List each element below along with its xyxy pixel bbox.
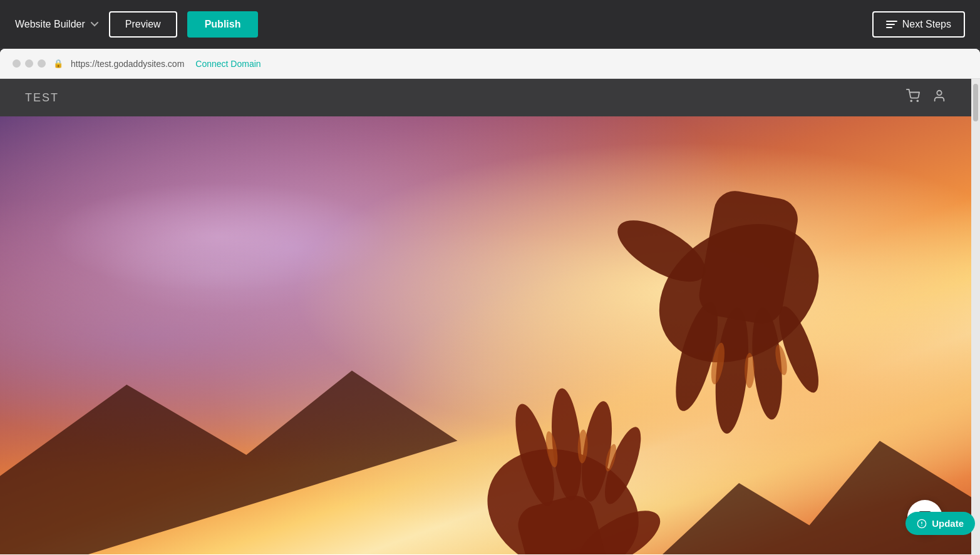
next-steps-button[interactable]: Next Steps xyxy=(872,11,965,38)
connect-domain-link[interactable]: Connect Domain xyxy=(195,59,260,69)
update-label: Update xyxy=(932,518,964,529)
scrollbar-thumb[interactable] xyxy=(973,84,978,121)
svg-point-1 xyxy=(917,100,918,101)
toolbar: Website Builder Preview Publish Next Ste… xyxy=(0,0,980,49)
site-logo: TEST xyxy=(25,91,59,104)
svg-marker-23 xyxy=(0,370,458,554)
cart-icon[interactable] xyxy=(906,89,920,106)
dot-red xyxy=(13,59,21,68)
mountain-group xyxy=(0,370,971,554)
user-icon[interactable] xyxy=(932,89,946,106)
preview-button[interactable]: Preview xyxy=(109,11,177,38)
browser-content: TEST xyxy=(0,79,971,555)
scrollbar-track[interactable] xyxy=(971,79,980,555)
toolbar-left: Website Builder Preview Publish xyxy=(15,11,258,38)
site-nav-icons xyxy=(906,89,946,106)
browser-content-wrapper: TEST xyxy=(0,79,980,555)
toolbar-right: Next Steps xyxy=(872,11,965,38)
lower-hand-group xyxy=(470,387,669,554)
publish-button[interactable]: Publish xyxy=(187,11,259,38)
hero-image xyxy=(0,116,971,554)
website-builder-brand[interactable]: Website Builder xyxy=(15,19,99,30)
chevron-down-icon xyxy=(90,20,99,29)
svg-point-11 xyxy=(745,353,755,388)
browser-bar: 🔒 https://test.godaddysites.com Connect … xyxy=(0,49,980,79)
next-steps-icon xyxy=(886,21,897,28)
upper-hand-group xyxy=(608,188,843,435)
update-icon xyxy=(917,519,927,529)
svg-point-0 xyxy=(910,100,912,101)
update-button[interactable]: Update xyxy=(905,512,975,535)
next-steps-label: Next Steps xyxy=(902,19,951,30)
svg-marker-24 xyxy=(634,441,971,554)
browser-dots xyxy=(13,59,46,68)
svg-point-2 xyxy=(937,91,941,95)
dot-yellow xyxy=(25,59,33,68)
site-header: TEST xyxy=(0,79,971,116)
browser-url[interactable]: https://test.godaddysites.com xyxy=(71,59,184,69)
browser-frame: 🔒 https://test.godaddysites.com Connect … xyxy=(0,49,980,555)
hands-svg xyxy=(0,116,971,554)
dot-green xyxy=(38,59,46,68)
lock-icon: 🔒 xyxy=(53,59,63,68)
brand-label: Website Builder xyxy=(15,19,85,30)
